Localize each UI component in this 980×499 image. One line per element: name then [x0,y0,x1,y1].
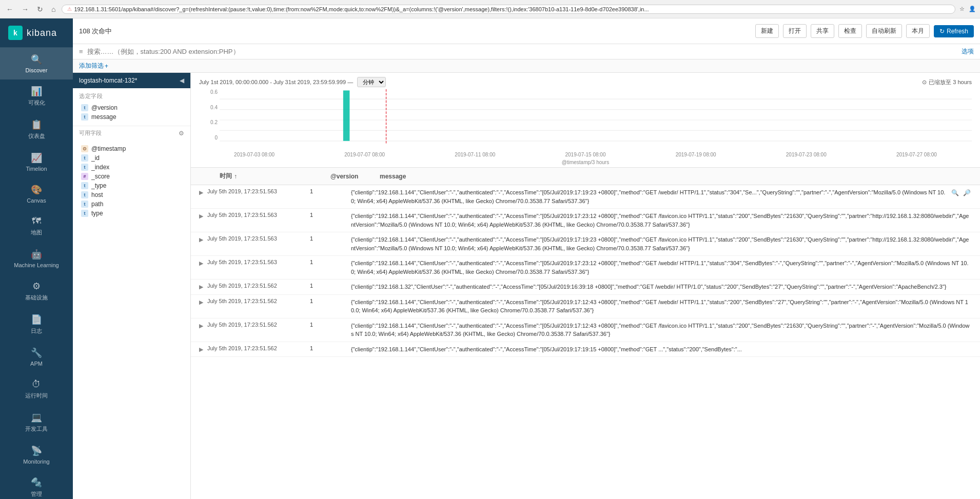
field-item-timestamp[interactable]: ⊙ @timestamp [79,144,184,153]
sidebar-item-visualize[interactable]: 📊 可视化 [0,79,73,113]
field-type-badge-t5: t [81,182,88,189]
table-row[interactable]: ▶ July 5th 2019, 17:23:51.563 1 {"client… [191,232,980,256]
field-item-path[interactable]: t path [79,199,184,209]
address-bar[interactable]: ⚠ 192.168.1.31:5601/app/kibana#/discover… [62,5,955,14]
sidebar-item-devtools[interactable]: 💻 开发工具 [0,406,73,439]
sidebar-logo[interactable]: k kibana [0,18,73,48]
open-button[interactable]: 打开 [783,24,807,38]
time-column-header[interactable]: 时间 ↑ [220,172,322,181]
field-item-type2[interactable]: t type [79,209,184,218]
fields-settings-icon[interactable]: ⚙ [179,130,184,137]
new-button[interactable]: 新建 [755,24,779,38]
magnify-plus-icon[interactable]: 🔍 [950,188,960,197]
field-item-type[interactable]: t _type [79,181,184,190]
field-item-id[interactable]: t _id [79,153,184,163]
searchbar: ≡ 选项 [73,44,980,59]
sidebar-item-maps[interactable]: 🗺 地图 [0,210,73,243]
result-version: 1 [310,235,351,242]
share-button[interactable]: 共享 [811,24,834,38]
sidebar-item-timelion[interactable]: 📈 Timelion [0,146,73,178]
field-type-badge-clock: ⊙ [81,145,88,152]
field-item-message[interactable]: t message [79,112,184,122]
reload-button[interactable]: ↻ [35,4,45,14]
discover-icon: 🔍 [31,54,42,65]
field-name-index: _index [91,164,109,171]
management-icon: 🔩 [31,477,42,488]
add-filter-button[interactable]: 添加筛选 + [79,62,108,70]
sidebar-item-apm[interactable]: 🔧 APM [0,341,73,373]
field-item-score[interactable]: # _score [79,172,184,181]
chart-x-axis: 2019-07-03 08:00 2019-07-07 08:00 2019-0… [199,151,972,159]
sidebar-item-uptime[interactable]: ⏱ 运行时间 [0,373,73,406]
table-row[interactable]: ▶ July 5th 2019, 17:23:51.563 1 {"client… [191,209,980,232]
table-row[interactable]: ▶ July 5th 2019, 17:23:51.562 1 {"client… [191,280,980,295]
back-button[interactable]: ← [4,4,15,14]
magnify-minus-icon[interactable]: 🔎 [962,188,972,197]
results-area: 时间 ↑ @version message ▶ July 5th 2019, 1… [191,168,980,499]
search-input[interactable] [87,48,957,55]
field-type-badge-t2: t [81,113,88,121]
field-name-type: type [91,210,103,217]
field-type-badge-hash: # [81,173,88,180]
result-version: 1 [310,188,351,194]
home-button[interactable]: ⌂ [49,4,57,14]
sidebar-item-infrastructure[interactable]: ⚙ 基础设施 [0,274,73,308]
monitoring-icon: 📡 [31,445,42,456]
apm-icon: 🔧 [31,347,42,358]
row-expand-icon[interactable]: ▶ [199,235,203,243]
forward-button[interactable]: → [19,4,31,14]
topbar: 108 次命中 新建 打开 共享 检查 自动刷新 本月 ↻ Refresh [73,18,980,44]
table-row[interactable]: ▶ July 5th 2019, 17:23:51.562 1 {"client… [191,342,980,357]
sidebar-item-dashboard[interactable]: 📋 仪表盘 [0,113,73,146]
result-message: {"clientip":"192.168.1.144","ClientUser"… [351,345,972,354]
row-expand-icon[interactable]: ▶ [199,188,203,196]
dashboard-icon: 📋 [31,119,42,130]
search-options-link[interactable]: 选项 [962,47,974,56]
sidebar-item-monitoring[interactable]: 📡 Monitoring [0,439,73,471]
this-month-button[interactable]: 本月 [906,24,930,38]
row-expand-icon[interactable]: ▶ [199,212,203,219]
chart-time-range-text: July 1st 2019, 00:00:00.000 - July 31st … [199,79,353,85]
available-fields-header: 可用字段 ⚙ [73,126,190,140]
field-item-host[interactable]: t host [79,190,184,199]
table-row[interactable]: ▶ July 5th 2019, 17:23:51.562 1 {"client… [191,295,980,318]
profile-icon[interactable]: 👤 [969,6,976,12]
refresh-button[interactable]: ↻ Refresh [934,25,974,37]
sidebar-item-discover[interactable]: 🔍 Discover [0,48,73,79]
row-expand-icon[interactable]: ▶ [199,259,203,267]
table-row[interactable]: ▶ July 5th 2019, 17:23:51.563 1 {"client… [191,256,980,280]
inspect-button[interactable]: 检查 [838,24,862,38]
collapse-panel-icon[interactable]: ◀ [180,77,184,84]
sidebar-item-canvas[interactable]: 🎨 Canvas [0,178,73,210]
field-type-badge-t4: t [81,164,88,171]
sidebar-item-management[interactable]: 🔩 管理 [0,471,73,499]
result-time: July 5th 2019, 17:23:51.563 [207,212,310,218]
sidebar-item-ml[interactable]: 🤖 Machine Learning [0,243,73,274]
table-row[interactable]: ▶ July 5th 2019, 17:23:51.563 1 {"client… [191,185,980,209]
browser-chrome: ← → ↻ ⌂ ⚠ 192.168.1.31:5601/app/kibana#/… [0,0,980,18]
row-expand-icon[interactable]: ▶ [199,298,203,306]
field-name-score: _score [91,173,110,180]
sidebar-item-label-monitoring: Monitoring [23,458,49,465]
field-item-version[interactable]: t @version [79,103,184,112]
chart-interval-select[interactable]: 分钟 [357,77,386,87]
index-pattern-header: logstash-tomcat-132* ◀ [73,73,190,88]
result-message: {"clientip":"192.168.1.144","ClientUser"… [351,298,972,315]
result-version: 1 [310,212,351,218]
row-expand-icon[interactable]: ▶ [199,345,203,353]
auto-refresh-button[interactable]: 自动刷新 [866,24,902,38]
sidebar-item-logs[interactable]: 📄 日志 [0,308,73,341]
sidebar-item-label-dashboard: 仪表盘 [28,132,45,140]
sidebar-item-label-uptime: 运行时间 [25,392,48,400]
sidebar-item-label-discover: Discover [26,67,48,73]
bookmark-icon[interactable]: ☆ [959,6,965,12]
table-row[interactable]: ▶ July 5th 2019, 17:23:51.562 1 {"client… [191,318,980,342]
hit-count: 108 次命中 [79,27,112,36]
row-expand-icon[interactable]: ▶ [199,283,203,290]
available-fields-title: 可用字段 [79,129,102,137]
sidebar-item-label-devtools: 开发工具 [25,425,48,433]
chart-compress-label: ⊙ 已缩放至 3 hours [922,78,972,86]
result-version: 1 [310,259,351,265]
row-expand-icon[interactable]: ▶ [199,322,203,329]
field-item-index[interactable]: t _index [79,163,184,172]
